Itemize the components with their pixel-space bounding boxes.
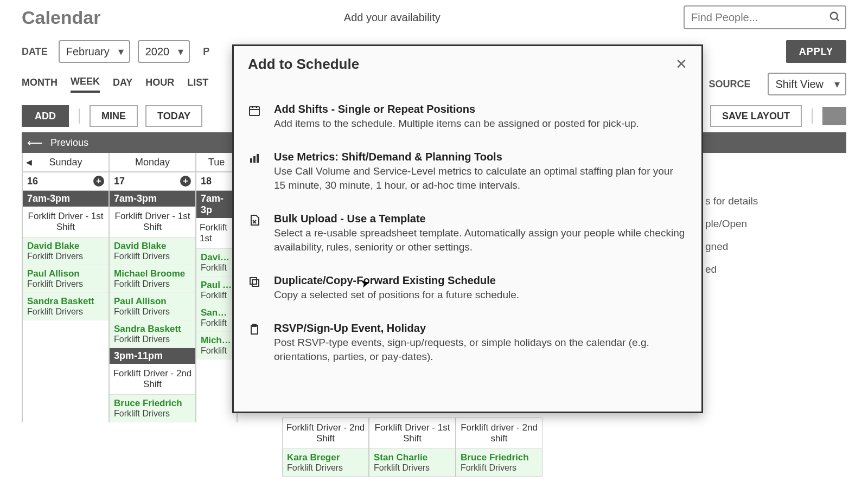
modal-title: Add to Schedule — [248, 56, 359, 73]
shift-time: 7am-3pm — [110, 191, 195, 207]
prev-triangle-icon[interactable]: ◀ — [26, 158, 32, 166]
shift-title[interactable]: Forklift Driver - 1st Shift — [110, 207, 195, 237]
tab-week[interactable]: WEEK — [71, 76, 100, 93]
previous-label: Previous — [50, 137, 88, 149]
arrow-left-icon: ⟵ — [27, 136, 43, 149]
legend-posted: ed — [705, 258, 846, 281]
page-title: Calendar — [22, 7, 101, 28]
chart-icon — [248, 151, 264, 193]
today-button[interactable]: TODAY — [145, 105, 202, 127]
add-to-schedule-modal: Add to Schedule ✕ Add Shifts - Single or… — [232, 44, 703, 413]
svg-rect-7 — [253, 156, 256, 163]
assigned-person[interactable]: David BlakeForklift Drivers — [110, 237, 195, 265]
assigned-person[interactable]: Bruce FriedrichForklift Drivers — [456, 449, 542, 477]
option-add-shifts[interactable]: Add Shifts - Single or Repeat PositionsA… — [248, 93, 687, 141]
legend-assigned: gned — [705, 235, 846, 258]
option-bulk-upload[interactable]: Bulk Upload - Use a TemplateSelect a re-… — [248, 203, 687, 265]
shift-time: 7am-3pm — [23, 191, 108, 207]
divider — [812, 108, 813, 124]
chevron-down-icon: ▾ — [118, 45, 124, 58]
assigned-person[interactable]: Sandra BaskettForklift Drivers — [23, 293, 108, 320]
day-number: 16 — [27, 176, 38, 187]
assigned-person[interactable]: Paul AllisonForklift Drivers — [110, 293, 195, 320]
shift-title[interactable]: Forklift1st — [196, 218, 237, 249]
tab-hour[interactable]: HOUR — [145, 77, 174, 92]
assigned-person[interactable]: Sandra BaskettForklift Drivers — [110, 320, 195, 348]
source-value: Shift View — [775, 78, 824, 91]
assigned-person[interactable]: Stan CharlieForklift Drivers — [369, 449, 455, 477]
day-number: 18 — [201, 176, 212, 187]
tab-month[interactable]: MONTH — [22, 77, 58, 92]
shift-title[interactable]: Forklift Driver - 2nd Shift — [283, 418, 368, 449]
option-use-metrics[interactable]: Use Metrics: Shift/Demand & Planning Too… — [248, 141, 687, 203]
date-label: DATE — [22, 46, 48, 57]
shift-title[interactable]: Forklift Driver - 1st Shift — [369, 418, 455, 449]
spreadsheet-icon — [248, 213, 264, 255]
shift-title[interactable]: Forklift driver - 2nd shift — [456, 418, 542, 449]
legend-details: s for details — [705, 190, 846, 213]
copy-icon — [248, 274, 264, 303]
day-header: Monday — [135, 157, 170, 168]
svg-rect-2 — [250, 107, 259, 115]
assigned-person[interactable]: MichaelForklift — [196, 332, 237, 359]
add-availability-link[interactable]: Add your availability — [101, 11, 684, 24]
day-header: Tue — [208, 157, 225, 168]
add-button[interactable]: ADD — [22, 105, 69, 127]
assigned-person[interactable]: Kara BregerForklift Drivers — [283, 449, 368, 477]
source-select[interactable]: Shift View ▾ — [768, 73, 846, 95]
save-layout-button[interactable]: SAVE LAYOUT — [710, 105, 802, 127]
tab-list[interactable]: LIST — [187, 77, 208, 92]
shift-title[interactable]: Forklift Driver - 1st Shift — [23, 207, 108, 237]
legend-open: ple/Open — [705, 213, 846, 235]
year-value: 2020 — [145, 46, 170, 58]
add-shift-icon[interactable]: + — [180, 176, 191, 187]
partial-label: P — [203, 46, 209, 57]
search-icon — [829, 11, 841, 23]
svg-rect-8 — [257, 154, 259, 163]
month-select[interactable]: February ▾ — [59, 40, 130, 63]
shift-time: 3pm-11pm — [110, 348, 195, 364]
add-shift-icon[interactable]: + — [93, 176, 104, 187]
divider — [79, 108, 80, 124]
chevron-down-icon: ▾ — [834, 78, 840, 91]
shift-title[interactable]: Forklift Driver - 2nd Shift — [110, 364, 195, 395]
svg-rect-10 — [250, 278, 257, 284]
svg-rect-6 — [250, 158, 252, 163]
svg-rect-9 — [252, 280, 259, 286]
apply-button[interactable]: APPLY — [786, 40, 846, 63]
source-label: SOURCE — [709, 79, 750, 90]
layout-icon[interactable] — [822, 107, 846, 125]
close-icon[interactable]: ✕ — [675, 56, 687, 73]
svg-line-1 — [837, 18, 839, 21]
option-rsvp[interactable]: RSVP/Sign-Up Event, HolidayPost RSVP-typ… — [248, 312, 687, 374]
assigned-person[interactable]: David BlForklift — [196, 249, 237, 277]
month-value: February — [66, 46, 110, 58]
day-number: 17 — [114, 176, 125, 187]
assigned-person[interactable]: Bruce FriedrichForklift Drivers — [110, 395, 195, 422]
assigned-person[interactable]: David BlakeForklift Drivers — [23, 237, 108, 265]
clipboard-icon — [248, 322, 264, 364]
mine-button[interactable]: MINE — [90, 105, 138, 127]
option-duplicate[interactable]: Duplicate/Copy-Forward Existing Schedule… — [248, 265, 687, 312]
assigned-person[interactable]: Sandra BForklift — [196, 304, 237, 332]
assigned-person[interactable]: Paul AllisonForklift Drivers — [23, 265, 108, 293]
chevron-down-icon: ▾ — [178, 45, 183, 58]
svg-point-0 — [831, 12, 838, 20]
assigned-person[interactable]: Paul AlliForklift — [196, 277, 237, 304]
year-select[interactable]: 2020 ▾ — [138, 40, 190, 63]
calendar-icon — [248, 103, 264, 131]
day-header: Sunday — [49, 157, 82, 168]
assigned-person[interactable]: Michael BroomeForklift Drivers — [110, 265, 195, 293]
search-input[interactable] — [684, 5, 846, 29]
tab-day[interactable]: DAY — [113, 77, 132, 92]
shift-time: 7am-3p — [196, 191, 237, 218]
